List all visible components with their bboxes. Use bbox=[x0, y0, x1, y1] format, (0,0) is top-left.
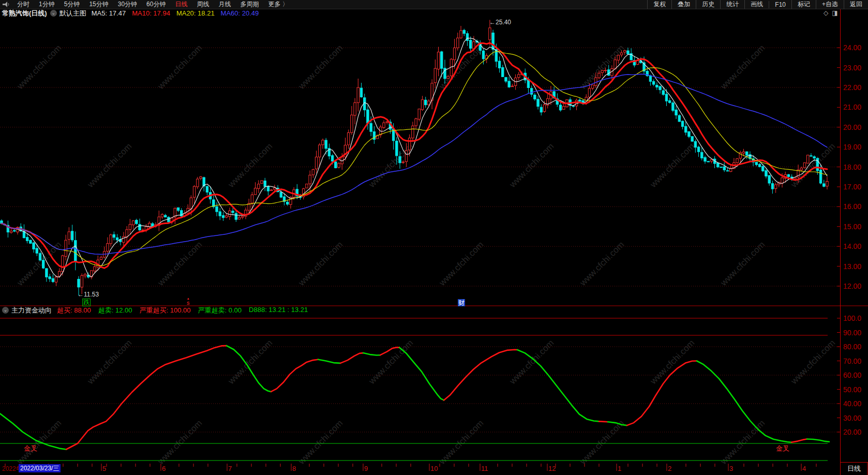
price-axis-label: 12.00 bbox=[843, 283, 861, 290]
indicator-param: D888: 13.21 : 13.21 bbox=[249, 306, 308, 315]
ma-legend-item: MA60: 20.49 bbox=[221, 9, 259, 17]
menubar-action[interactable]: F10 bbox=[769, 1, 791, 8]
menubar-item[interactable]: 日线 bbox=[170, 1, 192, 8]
price-axis-label: 24.00 bbox=[843, 44, 861, 51]
stock-name: 常熟汽饰(日线) bbox=[2, 9, 47, 18]
golden-cross-label-left: 金叉 bbox=[24, 445, 37, 452]
date-axis-month-label: 2 bbox=[668, 465, 671, 472]
diamond-icon[interactable]: ◇ bbox=[824, 9, 828, 17]
date-axis-month-label: 4 bbox=[802, 465, 806, 472]
indicator-axis-label: 90.00 bbox=[843, 329, 861, 336]
menubar-item[interactable]: 更多 〉 bbox=[263, 1, 293, 8]
indicator-axis-label: 70.00 bbox=[843, 358, 861, 365]
indicator-name[interactable]: 主力资金动向 bbox=[11, 306, 52, 315]
ma-legend-item: MA10: 17.94 bbox=[132, 9, 170, 17]
indicator-axis-label: 40.00 bbox=[843, 400, 861, 407]
price-axis-label: 21.00 bbox=[843, 103, 861, 111]
price-axis-label: 16.00 bbox=[843, 203, 861, 210]
indicator-param: 超买: 88.00 bbox=[57, 306, 91, 315]
trading-app-window: 分时1分钟5分钟15分钟30分钟60分钟日线周线月线多周期更多 〉 复权叠加历史… bbox=[0, 0, 868, 475]
ma-legend-item: MA20: 18.21 bbox=[176, 9, 215, 17]
menubar-action[interactable]: 历史 bbox=[696, 0, 720, 9]
action-menu: 复权叠加历史统计画线F10标记+自选返回 bbox=[647, 0, 868, 9]
menubar-action[interactable]: 复权 bbox=[647, 0, 671, 9]
date-axis-month-label: 6 bbox=[162, 465, 166, 472]
indicator-axis-label: 100.0 bbox=[843, 315, 861, 322]
menubar-item[interactable]: 15分钟 bbox=[84, 1, 113, 8]
indicator-axis-label: 20.00 bbox=[843, 428, 861, 436]
menubar-item[interactable]: 周线 bbox=[192, 1, 214, 8]
chart-title-bar: 常熟汽饰(日线) ⌄ 默认主图 MA5: 17.47MA10: 17.94MA2… bbox=[0, 9, 259, 17]
price-axis-label: 13.00 bbox=[843, 263, 861, 270]
date-axis-month-label: 1 bbox=[618, 465, 621, 472]
megaphone-icon bbox=[3, 2, 10, 7]
menubar-item[interactable]: 1分钟 bbox=[34, 1, 59, 8]
date-axis-month-label: 11 bbox=[481, 465, 488, 472]
price-axis-label: 19.00 bbox=[843, 143, 861, 151]
price-axis-label: 22.00 bbox=[843, 84, 861, 91]
collapse-indicator-icon[interactable]: ⌄ bbox=[2, 307, 9, 314]
menubar-action[interactable]: 标记 bbox=[791, 0, 816, 9]
indicator-axis-label: 50.00 bbox=[843, 386, 861, 393]
date-axis-month-label: 8 bbox=[292, 465, 296, 472]
collapse-main-chart-icon[interactable]: ⌄ bbox=[50, 10, 57, 17]
indicator-axis-label: 80.00 bbox=[843, 343, 861, 350]
lowest-price-label: ←11.53 bbox=[78, 291, 99, 298]
date-axis-month-label: 3 bbox=[729, 465, 733, 472]
date-axis-month-label: 10 bbox=[430, 465, 438, 472]
date-axis-month-label: 9 bbox=[364, 465, 368, 472]
indicator-param: 严重超卖: 0.00 bbox=[198, 306, 242, 315]
indicator-param: 超卖: 12.00 bbox=[98, 306, 132, 315]
menubar-action[interactable]: +自选 bbox=[816, 0, 844, 9]
indicator-param: 严重超买: 100.00 bbox=[140, 306, 191, 315]
menubar-item[interactable]: 分时 bbox=[12, 1, 34, 8]
menubar-item[interactable]: 30分钟 bbox=[113, 1, 142, 8]
date-axis-month-label: 7 bbox=[228, 465, 232, 472]
menubar-item[interactable]: 月线 bbox=[214, 1, 235, 8]
menubar-item[interactable]: 60分钟 bbox=[142, 1, 170, 8]
price-axis-label: 14.00 bbox=[843, 243, 861, 250]
ma-legend-item: MA5: 17.47 bbox=[92, 9, 126, 17]
indicator-params: 超买: 88.00超卖: 12.00严重超买: 100.00严重超卖: 0.00… bbox=[57, 306, 308, 315]
title-corner-icons: ◇ ◨ bbox=[824, 9, 838, 17]
menubar-action[interactable]: 统计 bbox=[720, 0, 744, 9]
split-window-icon[interactable]: ◨ bbox=[832, 9, 837, 17]
menubar-item[interactable]: 5分钟 bbox=[59, 1, 85, 8]
period-menu: 分时1分钟5分钟15分钟30分钟60分钟日线周线月线多周期更多 〉 bbox=[12, 0, 293, 9]
indicator-axis-label: 60.00 bbox=[843, 372, 861, 379]
top-menubar: 分时1分钟5分钟15分钟30分钟60分钟日线周线月线多周期更多 〉 复权叠加历史… bbox=[0, 0, 868, 9]
date-axis-month-label: 12 bbox=[548, 465, 556, 472]
cai-event-marker[interactable]: 财 bbox=[458, 299, 465, 306]
main-chart-template-label[interactable]: 默认主图 bbox=[59, 9, 86, 18]
labels-layer: ←25.40 ←11.53 跌 ▴ s 财 ⌄ 主力资金动向 超买: 88.00… bbox=[0, 0, 868, 475]
price-axis-label: 20.00 bbox=[843, 124, 861, 131]
selected-date-box: 2022/03/23/三 bbox=[19, 464, 61, 472]
ma-legend: MA5: 17.47MA10: 17.94MA20: 18.21MA60: 20… bbox=[92, 9, 259, 17]
price-axis-label: 17.00 bbox=[843, 183, 861, 190]
menubar-item[interactable]: 多周期 bbox=[235, 1, 263, 8]
indicator-axis-label: 30.00 bbox=[843, 414, 861, 422]
period-corner-label: 日线 bbox=[841, 465, 867, 472]
announcement-icon[interactable] bbox=[0, 2, 12, 7]
highest-price-label: ←25.40 bbox=[489, 19, 511, 25]
golden-cross-label-right: 金叉 bbox=[776, 445, 789, 452]
price-axis-label: 23.00 bbox=[843, 64, 861, 71]
price-axis-label: 18.00 bbox=[843, 164, 861, 171]
menubar-action[interactable]: 叠加 bbox=[671, 0, 696, 9]
menubar-action[interactable]: 画线 bbox=[744, 0, 769, 9]
price-axis-label: 15.00 bbox=[843, 223, 861, 230]
indicator-header: ⌄ 主力资金动向 超买: 88.00超卖: 12.00严重超买: 100.00严… bbox=[2, 306, 308, 314]
menubar-action[interactable]: 返回 bbox=[844, 0, 868, 9]
signal-marker-s: ▴ s bbox=[187, 297, 190, 305]
date-axis-month-label: 5 bbox=[102, 465, 106, 472]
